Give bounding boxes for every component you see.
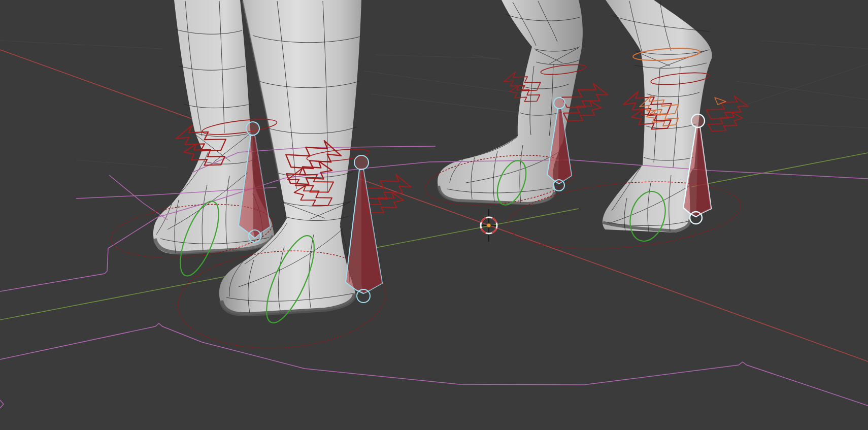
viewport[interactable] [0,0,868,430]
bone-head-joint[interactable] [554,97,565,109]
bone-head-joint[interactable] [246,122,259,135]
cursor-center-dot [487,223,491,227]
bone-head-joint[interactable] [691,114,705,127]
viewport-canvas[interactable] [0,0,868,430]
viewport-background[interactable] [0,0,868,430]
bone-head-joint[interactable] [354,155,369,170]
